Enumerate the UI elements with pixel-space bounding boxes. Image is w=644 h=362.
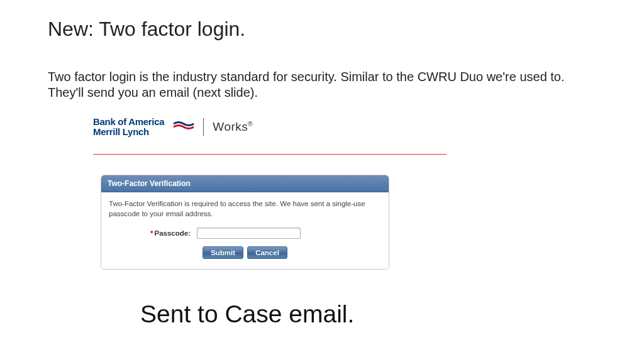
passcode-input[interactable] — [197, 228, 301, 239]
button-row: Submit Cancel — [109, 246, 381, 259]
slide-caption: Sent to Case email. — [140, 300, 354, 328]
passcode-label-wrap: *Passcode: — [109, 229, 191, 237]
works-logo-text: Works® — [213, 120, 253, 134]
registered-mark: ® — [248, 120, 253, 127]
slide-title: New: Two factor login. — [48, 18, 245, 41]
passcode-row: *Passcode: — [109, 228, 381, 239]
cancel-button[interactable]: Cancel — [247, 246, 287, 259]
panel-header: Two-Factor Verification — [101, 175, 389, 192]
required-asterisk: * — [150, 229, 153, 237]
submit-button[interactable]: Submit — [203, 246, 243, 259]
panel-body: Two-Factor Verification is required to a… — [101, 192, 389, 269]
flag-icon — [173, 120, 194, 134]
slide-subtext: Two factor login is the industry standar… — [48, 69, 595, 101]
red-horizontal-rule — [93, 154, 447, 155]
vertical-divider — [203, 118, 204, 136]
bankofamerica-logo-text: Bank of America Merrill Lynch — [93, 117, 164, 137]
boa-line-2: Merrill Lynch — [93, 127, 164, 137]
boa-line-1: Bank of America — [93, 117, 164, 127]
passcode-label: Passcode: — [154, 229, 191, 237]
panel-message: Two-Factor Verification is required to a… — [109, 199, 381, 219]
brand-header: Bank of America Merrill Lynch Works® — [93, 117, 253, 137]
works-label: Works — [213, 120, 248, 133]
two-factor-panel: Two-Factor Verification Two-Factor Verif… — [101, 175, 389, 270]
